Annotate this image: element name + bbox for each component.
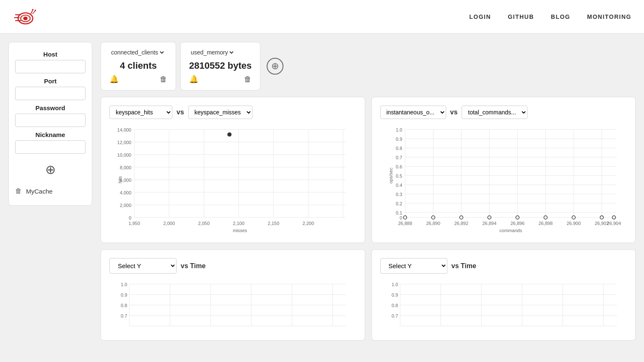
trash-icon-1[interactable]: 🗑 [160,75,167,84]
time-chart-1: Select Y vs Time 1.0 0.9 0.8 0.7 [101,249,365,341]
time-chart-1-svg: 1.0 0.9 0.8 0.7 [109,280,356,330]
svg-text:2,050: 2,050 [198,221,210,226]
widget-header-1: connected_clients [109,49,167,56]
time-charts-row: Select Y vs Time 1.0 0.9 0.8 0.7 [101,249,636,341]
svg-point-7 [32,9,34,10]
trash-icon-2[interactable]: 🗑 [244,75,252,84]
svg-point-41 [227,132,231,137]
header: LOGIN GITHUB BLOG MONITORING [0,0,644,34]
svg-point-87 [544,216,547,219]
svg-text:0.9: 0.9 [395,137,402,142]
svg-point-83 [431,216,435,219]
svg-text:0.4: 0.4 [395,183,402,188]
scatter-chart-1-y-select[interactable]: keyspace_hits [109,106,172,119]
svg-text:commands: commands [499,228,522,233]
svg-text:2,000: 2,000 [163,221,175,226]
time-chart-2-y-select[interactable]: Select Y [380,258,447,274]
svg-point-2 [23,17,28,21]
bell-icon-1[interactable]: 🔔 [109,75,119,84]
widgets-row: connected_clients 4 clients 🔔 🗑 used_mem… [101,42,636,90]
svg-text:0.8: 0.8 [121,303,127,308]
scatter-chart-2-x-select[interactable]: total_commands... [462,106,527,119]
svg-text:1.0: 1.0 [391,282,397,287]
svg-text:0.7: 0.7 [121,313,127,318]
widget-metric-select-2[interactable]: used_memory [189,49,235,56]
trash-icon[interactable]: 🗑 [15,187,22,195]
widget-header-2: used_memory [189,49,252,56]
svg-text:26,900: 26,900 [566,221,581,226]
scatter-chart-2-area: 1.0 0.9 0.8 0.7 0.6 0.5 0.4 0.3 0.2 0.1 … [380,125,627,234]
svg-text:1.0: 1.0 [121,282,127,287]
svg-text:0.9: 0.9 [121,292,127,297]
add-connection-button[interactable]: ⊕ [15,158,86,181]
svg-text:4,000: 4,000 [120,190,132,195]
svg-text:0.6: 0.6 [395,164,402,169]
nickname-field-group: Nickname [15,131,86,154]
password-label: Password [15,104,86,111]
svg-text:12,000: 12,000 [117,140,132,145]
svg-text:14,000: 14,000 [117,127,132,132]
svg-text:26,892: 26,892 [454,221,468,226]
svg-text:hits: hits [117,176,122,184]
svg-text:26,896: 26,896 [510,221,525,226]
password-input[interactable] [15,114,86,127]
svg-text:0: 0 [400,215,402,220]
host-label: Host [15,51,86,58]
svg-text:misses: misses [233,228,247,233]
time-chart-1-y-select[interactable]: Select Y [109,258,177,274]
svg-text:2,000: 2,000 [120,203,132,208]
cache-item-mycache[interactable]: 🗑 MyCache [15,185,86,197]
svg-text:26,894: 26,894 [482,221,496,226]
scatter-charts-row: keyspace_hits vs keyspace_misses 14,000 … [101,97,636,243]
svg-text:0.9: 0.9 [391,292,397,297]
widget-footer-1: 🔔 🗑 [109,75,167,84]
host-field-group: Host [15,51,86,73]
svg-text:0.1: 0.1 [395,210,402,215]
nav-github[interactable]: GITHUB [508,13,534,20]
svg-text:26,890: 26,890 [426,221,440,226]
svg-line-8 [33,11,35,14]
widget-metric-select-1[interactable]: connected_clients [109,49,165,56]
svg-text:2,200: 2,200 [302,221,314,226]
scatter-chart-2-y-select[interactable]: instantaneous_o... [380,106,446,119]
svg-point-84 [460,216,463,219]
logo [13,5,42,28]
widget-value-2: 2810552 bytes [189,60,252,71]
svg-text:0.5: 0.5 [395,173,402,178]
password-field-group: Password [15,104,86,127]
widget-used-memory: used_memory 2810552 bytes 🔔 🗑 [180,42,260,90]
nav-monitoring[interactable]: MONITORING [587,13,631,20]
nickname-input[interactable] [15,140,86,154]
port-field-group: Port [15,78,86,100]
host-input[interactable] [15,60,86,73]
svg-point-85 [488,216,491,219]
svg-text:0.8: 0.8 [395,146,402,151]
time-chart-1-vs-time: vs Time [181,262,205,270]
select-y-container-2: Select Y [380,258,447,274]
time-chart-2-header: Select Y vs Time [380,258,627,274]
widget-value-1: 4 clients [109,60,167,71]
svg-text:1.0: 1.0 [395,127,402,132]
nav-blog[interactable]: BLOG [551,13,570,20]
svg-point-82 [403,216,407,219]
port-input[interactable] [15,87,86,100]
svg-point-91 [612,216,615,219]
select-y-container-1: Select Y [109,258,177,274]
scatter-chart-1: keyspace_hits vs keyspace_misses 14,000 … [101,97,365,243]
svg-text:0: 0 [129,215,131,220]
svg-point-86 [516,216,519,219]
svg-text:0.3: 0.3 [395,192,402,197]
time-chart-2: Select Y vs Time 1.0 0.9 0.8 0.7 [371,249,636,341]
scatter-chart-1-x-select[interactable]: keyspace_misses [188,106,252,119]
svg-point-89 [600,216,603,219]
nav-login[interactable]: LOGIN [469,13,491,20]
nickname-label: Nickname [15,131,86,138]
add-widget-button[interactable]: ⊕ [267,58,283,75]
svg-text:10,000: 10,000 [117,153,132,158]
logo-icon [13,5,42,28]
time-chart-1-header: Select Y vs Time [109,258,356,274]
svg-line-6 [31,10,33,14]
bell-icon-2[interactable]: 🔔 [189,75,198,84]
main-content: Host Port Password Nickname ⊕ 🗑 MyCache [0,34,644,349]
svg-text:2,100: 2,100 [233,221,244,226]
